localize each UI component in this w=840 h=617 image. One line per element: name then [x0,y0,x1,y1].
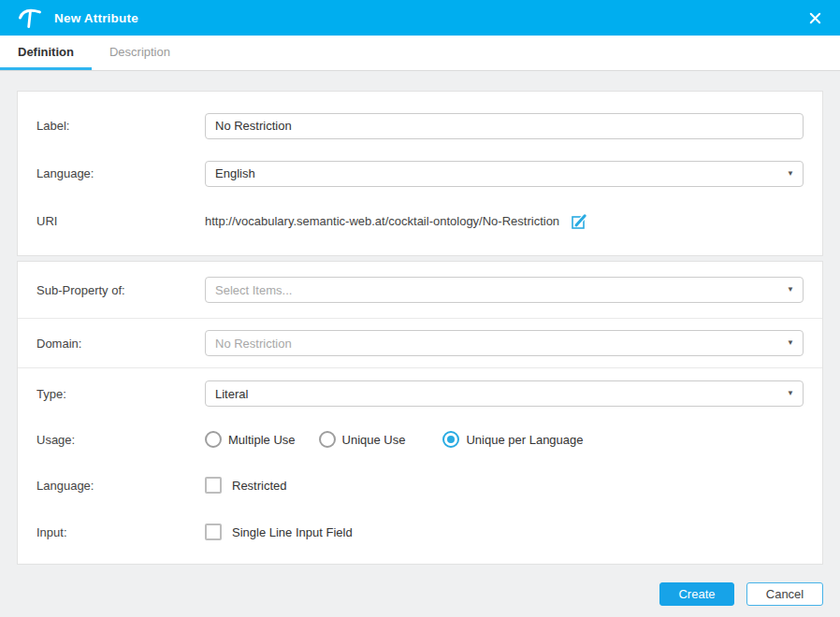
usage-row: Usage: Multiple Use Unique Use Unique pe… [18,407,822,448]
subproperty-placeholder: Select Items... [215,283,292,297]
tab-definition[interactable]: Definition [0,36,92,70]
label-row: Label: [18,102,822,150]
domain-placeholder: No Restriction [215,337,292,351]
type-field-label: Type: [36,387,205,401]
create-button[interactable]: Create [659,582,734,606]
radio-unique-per-language[interactable]: Unique per Language [442,431,583,448]
subproperty-select[interactable]: Select Items... [205,277,804,303]
domain-field-label: Domain: [36,337,205,351]
language-restricted-field-label: Language: [36,479,205,493]
cancel-button-label: Cancel [766,587,804,601]
radio-multiple-use[interactable]: Multiple Use [205,431,296,448]
input-field-label: Input: [36,525,205,539]
definition-section: Sub-Property of: Select Items... ▼ Domai… [17,261,823,565]
label-input[interactable] [205,113,804,139]
subproperty-row: Sub-Property of: Select Items... ▼ [18,262,822,319]
subproperty-field-label: Sub-Property of: [36,283,205,297]
language-field-label: Language: [36,166,205,180]
type-select-value: Literal [215,387,248,401]
radio-icon [205,431,222,448]
usage-field-label: Usage: [36,433,205,447]
poolparty-logo-icon [17,5,43,31]
cancel-button[interactable]: Cancel [746,582,823,606]
radio-checked-icon [442,431,459,448]
input-row: Input: Single Line Input Field [18,494,822,564]
restricted-checkbox-label: Restricted [232,479,287,493]
language-select[interactable]: English [205,161,804,187]
tab-bar: Definition Description [0,36,840,71]
dialog-titlebar: New Attribute [0,0,840,36]
identity-section: Label: Language: English ▼ URI http://vo… [17,91,823,256]
restricted-checkbox[interactable] [205,477,222,494]
dialog-footer: Create Cancel [0,565,840,606]
type-select[interactable]: Literal [205,380,804,407]
form-area: Label: Language: English ▼ URI http://vo… [0,71,840,565]
radio-multiple-use-label: Multiple Use [228,433,296,447]
domain-select[interactable]: No Restriction [205,330,804,356]
single-line-checkbox[interactable] [205,524,222,540]
language-row: Language: English ▼ [18,150,822,197]
single-line-checkbox-label: Single Line Input Field [232,525,353,539]
language-select-value: English [215,166,255,180]
label-field-label: Label: [36,119,205,133]
domain-row: Domain: No Restriction ▼ [18,319,822,368]
dialog-title: New Attribute [54,11,138,25]
type-row: Type: Literal ▼ [18,368,822,407]
radio-unique-use-label: Unique Use [342,433,406,447]
tab-description-label: Description [109,45,170,59]
close-icon[interactable] [804,7,825,28]
edit-uri-icon[interactable] [571,213,587,230]
uri-field-label: URI [36,214,205,228]
radio-unique-use[interactable]: Unique Use [319,431,406,448]
uri-row: URI http://vocabulary.semantic-web.at/co… [18,197,822,245]
radio-icon [319,431,336,448]
radio-unique-per-language-label: Unique per Language [466,433,583,447]
create-button-label: Create [678,587,715,601]
new-attribute-dialog: New Attribute Definition Description Lab… [0,0,840,617]
tab-definition-label: Definition [18,45,74,59]
tab-description[interactable]: Description [92,36,188,70]
language-restricted-row: Language: Restricted [18,448,822,494]
uri-value: http://vocabulary.semantic-web.at/cockta… [205,214,559,228]
